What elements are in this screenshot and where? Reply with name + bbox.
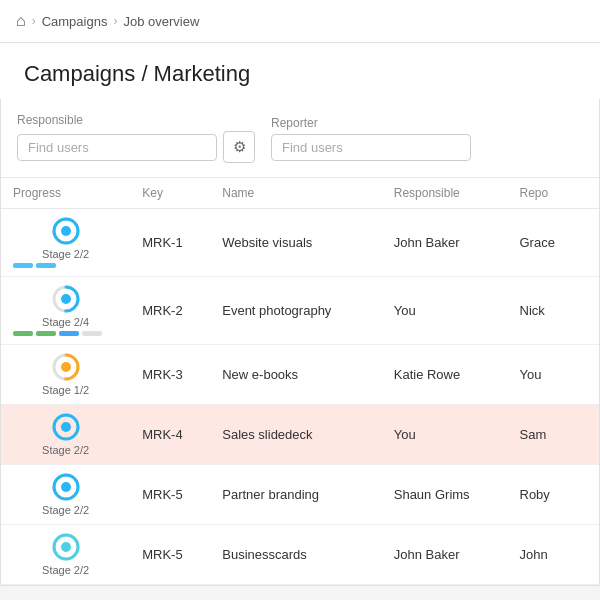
name-cell[interactable]: Website visuals — [210, 209, 382, 277]
progress-cell: Stage 2/2 — [1, 405, 130, 465]
reporter-label: Reporter — [271, 116, 471, 130]
name-cell[interactable]: Businesscards — [210, 525, 382, 585]
col-name: Name — [210, 178, 382, 209]
table-row[interactable]: Stage 2/2 MRK-1 Website visuals John Bak… — [1, 209, 599, 277]
breadcrumb-job-overview: Job overview — [123, 14, 199, 29]
key-cell: MRK-2 — [130, 277, 210, 345]
key-cell: MRK-5 — [130, 525, 210, 585]
progress-cell: Stage 2/4 — [1, 277, 130, 345]
name-cell[interactable]: Sales slidedeck — [210, 405, 382, 465]
table-header-row: Progress Key Name Responsible Repo — [1, 178, 599, 209]
col-reporter: Repo — [508, 178, 600, 209]
col-responsible: Responsible — [382, 178, 508, 209]
content-area: Responsible ⚙ Reporter Progress Key Name… — [0, 99, 600, 586]
key-cell: MRK-4 — [130, 405, 210, 465]
reporter-input[interactable] — [271, 134, 471, 161]
responsible-filter: Responsible ⚙ — [17, 113, 255, 163]
stage-label: Stage 2/4 — [13, 316, 118, 328]
svg-point-11 — [61, 422, 71, 432]
responsible-input[interactable] — [17, 134, 217, 161]
col-key: Key — [130, 178, 210, 209]
key-cell: MRK-1 — [130, 209, 210, 277]
table-row[interactable]: Stage 1/2 MRK-3 New e-books Katie Rowe Y… — [1, 345, 599, 405]
progress-cell: Stage 2/2 — [1, 209, 130, 277]
responsible-cell: John Baker — [382, 525, 508, 585]
progress-cell: Stage 1/2 — [1, 345, 130, 405]
progress-cell: Stage 2/2 — [1, 465, 130, 525]
svg-point-5 — [61, 294, 71, 304]
stage-label: Stage 2/2 — [13, 248, 118, 260]
svg-point-17 — [61, 542, 71, 552]
progress-cell: Stage 2/2 — [1, 525, 130, 585]
name-cell[interactable]: Event photography — [210, 277, 382, 345]
breadcrumb: ⌂ › Campaigns › Job overview — [0, 0, 600, 43]
reporter-cell: Roby — [508, 465, 600, 525]
gear-button[interactable]: ⚙ — [223, 131, 255, 163]
stage-label: Stage 2/2 — [13, 444, 118, 456]
stage-label: Stage 2/2 — [13, 504, 118, 516]
page-title: Campaigns / Marketing — [24, 61, 576, 87]
name-cell[interactable]: New e-books — [210, 345, 382, 405]
reporter-cell: Sam — [508, 405, 600, 465]
reporter-filter: Reporter — [271, 116, 471, 161]
table-row[interactable]: Stage 2/2 MRK-5 Partner branding Shaun G… — [1, 465, 599, 525]
breadcrumb-sep-2: › — [113, 14, 117, 28]
page-header: Campaigns / Marketing — [0, 43, 600, 99]
responsible-cell: Katie Rowe — [382, 345, 508, 405]
breadcrumb-campaigns[interactable]: Campaigns — [42, 14, 108, 29]
reporter-cell: Nick — [508, 277, 600, 345]
table-row[interactable]: Stage 2/2 MRK-5 Businesscards John Baker… — [1, 525, 599, 585]
responsible-label: Responsible — [17, 113, 255, 127]
filters-bar: Responsible ⚙ Reporter — [1, 99, 599, 178]
table-row[interactable]: Stage 2/4 MRK-2 Event photography You Ni… — [1, 277, 599, 345]
table-row[interactable]: Stage 2/2 MRK-4 Sales slidedeck You Sam — [1, 405, 599, 465]
svg-point-8 — [61, 362, 71, 372]
reporter-cell: Grace — [508, 209, 600, 277]
key-cell: MRK-5 — [130, 465, 210, 525]
reporter-cell: John — [508, 525, 600, 585]
col-progress: Progress — [1, 178, 130, 209]
responsible-cell: John Baker — [382, 209, 508, 277]
responsible-cell: You — [382, 277, 508, 345]
key-cell: MRK-3 — [130, 345, 210, 405]
reporter-cell: You — [508, 345, 600, 405]
breadcrumb-sep-1: › — [32, 14, 36, 28]
svg-point-14 — [61, 482, 71, 492]
stage-label: Stage 1/2 — [13, 384, 118, 396]
responsible-cell: You — [382, 405, 508, 465]
svg-point-2 — [61, 226, 71, 236]
home-icon[interactable]: ⌂ — [16, 12, 26, 30]
name-cell[interactable]: Partner branding — [210, 465, 382, 525]
stage-label: Stage 2/2 — [13, 564, 118, 576]
jobs-table: Progress Key Name Responsible Repo Stage… — [1, 178, 599, 585]
responsible-cell: Shaun Grims — [382, 465, 508, 525]
